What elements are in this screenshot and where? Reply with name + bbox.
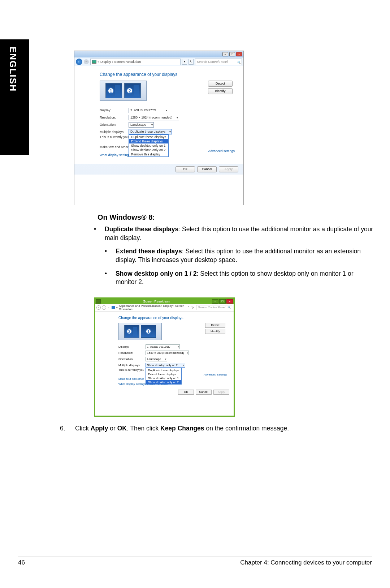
cancel-button[interactable]: Cancel — [196, 390, 212, 395]
display-label: Display: — [118, 345, 146, 348]
detect-button[interactable]: Detect — [208, 81, 233, 87]
search-icon: 🔍 — [227, 305, 231, 310]
multiple-label: Multiple displays: — [118, 364, 146, 367]
search-placeholder: Search Control Panel — [197, 60, 228, 64]
display-combo[interactable]: 1. ASUS VW193D — [146, 344, 180, 349]
dropdown-option[interactable]: Show desktop only on 1 — [129, 143, 168, 148]
page-title: Change the appearance of your displays — [118, 316, 234, 320]
orientation-combo[interactable]: Landscape — [129, 122, 154, 128]
win7-titlebar: − □ × — [74, 51, 243, 57]
search-placeholder: Search Control Panel — [198, 306, 225, 309]
resolution-label: Resolution: — [118, 351, 146, 355]
display-label: Display: — [100, 108, 129, 112]
dialog-footer: OK Cancel Apply — [95, 388, 234, 398]
resolution-combo[interactable]: 1440 × 900 (Recommended) — [146, 351, 189, 355]
apply-button[interactable]: Apply — [213, 390, 229, 395]
dropdown-option[interactable]: Show desktop only on 2 — [129, 148, 168, 152]
monitor-2: 2 — [124, 325, 139, 338]
minimize-icon[interactable]: − — [212, 299, 218, 304]
monitor-2: 2 — [124, 83, 141, 98]
bc-part: Screen Resolution — [114, 60, 141, 64]
multiple-dropdown[interactable]: Duplicate these displays Extend these di… — [129, 134, 169, 157]
ok-button[interactable]: OK — [178, 390, 194, 395]
back-icon[interactable]: ← — [76, 59, 82, 65]
resolution-label: Resolution: — [100, 116, 129, 119]
monitor-icon — [112, 306, 115, 309]
display-arrangement[interactable]: 2 1 — [118, 323, 162, 340]
page-number: 46 — [18, 559, 25, 566]
identify-button[interactable]: Identify — [208, 88, 233, 94]
dropdown-option[interactable]: Show desktop only on 2 — [146, 380, 181, 384]
main-display-text: This is currently you — [100, 135, 129, 139]
maximize-icon[interactable]: □ — [229, 52, 235, 56]
window-title: Screen Resolution — [143, 300, 170, 303]
minimize-icon[interactable]: − — [222, 52, 228, 56]
breadcrumb[interactable]: « Display › Screen Resolution — [90, 59, 181, 65]
dropdown-option[interactable]: Remove this display — [129, 152, 168, 156]
ok-button[interactable]: OK — [176, 166, 195, 172]
bc-part: Display — [100, 60, 111, 64]
forward-icon[interactable]: › — [102, 305, 106, 310]
monitor-1: 1 — [141, 325, 156, 338]
advanced-settings-link[interactable]: Advanced settings — [208, 149, 235, 153]
dropdown-option[interactable]: Duplicate these displays — [146, 368, 181, 372]
dropdown-option[interactable]: Extend these displays — [129, 139, 168, 143]
win8-navbar: ‹ › ↑ « Appearance and Personalization ›… — [95, 304, 234, 312]
multiple-displays-combo[interactable]: Show desktop only on 2 — [146, 363, 185, 368]
refresh-icon[interactable]: ↻ — [188, 59, 194, 65]
make-text-link: Make text and other — [100, 145, 129, 149]
display-combo[interactable]: 2. ASUS PM17TS — [129, 108, 168, 113]
close-icon[interactable]: × — [236, 52, 242, 56]
bullet-duplicate: • Duplicate these displays: Select this … — [94, 225, 376, 242]
chapter-title: Chapter 4: Connecting devices to your co… — [240, 559, 372, 566]
win8-screenshot: Screen Resolution − □ × ‹ › ↑ « Appearan… — [94, 297, 235, 417]
dropdown-option[interactable]: Extend these displays — [146, 372, 181, 376]
search-icon: 🔍 — [237, 60, 240, 63]
cancel-button[interactable]: Cancel — [197, 166, 217, 172]
chevron-down-icon[interactable]: ▾ — [182, 59, 187, 65]
display-arrangement[interactable]: 1 2 — [100, 81, 147, 101]
bullet-extend: • Extend these displays: Select this opt… — [105, 247, 376, 264]
search-input[interactable]: Search Control Panel 🔍 — [195, 59, 242, 65]
orientation-label: Orientation: — [118, 357, 146, 361]
orientation-label: Orientation: — [100, 123, 129, 126]
dialog-footer: OK Cancel Apply — [74, 164, 243, 175]
win7-screenshot: − □ × ← → « Display › Screen Resolution … — [74, 51, 244, 205]
page-footer: 46 Chapter 4: Connecting devices to your… — [18, 557, 372, 566]
win8-titlebar: Screen Resolution − □ × — [95, 299, 234, 304]
search-input[interactable]: Search Control Panel 🔍 — [196, 305, 232, 310]
bullet-show-only: • Show desktop only on 1 / 2: Select thi… — [105, 270, 376, 287]
multiple-displays-combo[interactable]: Duplicate these displays — [129, 129, 172, 134]
detect-button[interactable]: Detect — [205, 323, 225, 328]
identify-button[interactable]: Identify — [205, 329, 225, 334]
main-display-text: This is currently you — [118, 368, 144, 372]
chevron-down-icon[interactable]: ˅ — [188, 306, 189, 309]
make-text-link[interactable]: Make text and other — [118, 377, 144, 381]
forward-icon[interactable]: → — [84, 59, 89, 64]
orientation-combo[interactable]: Landscape — [146, 357, 167, 361]
multiple-label: Multiple displays: — [100, 130, 129, 134]
resolution-combo[interactable]: 1280 × 1024 (recommended) — [129, 115, 179, 120]
language-label: ENGLISH — [8, 47, 18, 92]
language-tab: ENGLISH — [0, 39, 29, 155]
multiple-dropdown[interactable]: Duplicate these displays Extend these di… — [146, 368, 182, 385]
bc-part: › — [112, 60, 113, 64]
window-icon — [96, 299, 101, 304]
dropdown-option[interactable]: Duplicate these displays — [129, 135, 168, 139]
apply-button[interactable]: Apply — [219, 166, 238, 172]
win7-navbar: ← → « Display › Screen Resolution ▾ ↻ Se… — [74, 57, 243, 66]
dropdown-option[interactable]: Show desktop only on 1 — [146, 376, 181, 380]
bc-part: « — [98, 60, 99, 64]
step-6: 6. Click Apply or OK. Then click Keep Ch… — [58, 425, 376, 432]
advanced-settings-link[interactable]: Advanced settings — [204, 373, 227, 376]
page-title: Change the appearance of your displays — [100, 72, 243, 77]
section-heading: On Windows® 8: — [98, 213, 376, 222]
monitor-1: 1 — [105, 83, 122, 98]
monitor-icon — [92, 60, 96, 64]
close-icon[interactable]: × — [226, 299, 233, 304]
up-icon[interactable]: ↑ — [107, 306, 110, 309]
refresh-icon[interactable]: ↻ — [190, 306, 195, 309]
back-icon[interactable]: ‹ — [96, 305, 101, 310]
maximize-icon[interactable]: □ — [219, 299, 226, 304]
breadcrumb[interactable]: Appearance and Personalization › Display… — [119, 304, 185, 311]
